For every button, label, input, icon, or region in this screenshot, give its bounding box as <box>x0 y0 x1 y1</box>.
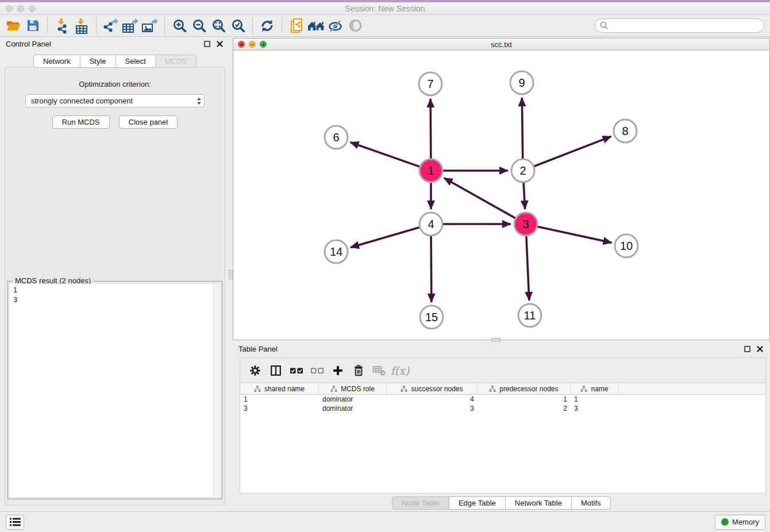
table-float-panel-icon[interactable] <box>742 344 752 353</box>
column-header-predecessor-nodes[interactable]: predecessor nodes <box>478 383 571 394</box>
column-header-successor-nodes[interactable]: successor nodes <box>387 383 478 394</box>
apply-layout-icon[interactable] <box>257 17 277 35</box>
clone-network-icon[interactable] <box>287 17 306 35</box>
table-cell[interactable]: dominator <box>319 395 387 404</box>
function-builder-icon[interactable]: f(x) <box>391 361 409 380</box>
node-2[interactable]: 2 <box>511 159 534 182</box>
delete-row-trash-icon[interactable] <box>349 361 368 380</box>
tab-motifs[interactable]: Motifs <box>571 496 611 510</box>
delete-table-icon[interactable] <box>370 361 388 380</box>
edge-4-15[interactable] <box>431 236 432 302</box>
tab-edge-table[interactable]: Edge Table <box>449 496 506 510</box>
tab-network-table[interactable]: Network Table <box>505 496 572 510</box>
node-10[interactable]: 10 <box>615 234 638 257</box>
tab-select[interactable]: Select <box>116 55 156 68</box>
hide-selected-icon[interactable] <box>326 17 345 35</box>
export-image-icon[interactable] <box>140 17 160 35</box>
memory-button[interactable]: Memory <box>715 515 765 530</box>
node-4[interactable]: 4 <box>419 213 442 236</box>
column-header-MCDS-role[interactable]: MCDS role <box>319 383 387 394</box>
node-11[interactable]: 11 <box>518 304 541 327</box>
export-network-icon[interactable] <box>101 17 121 35</box>
add-row-icon[interactable] <box>329 361 347 380</box>
node-8[interactable]: 8 <box>614 119 637 142</box>
tab-style[interactable]: Style <box>80 55 116 68</box>
zoom-selected-icon[interactable] <box>228 17 248 35</box>
import-network-icon[interactable] <box>52 17 72 35</box>
traffic-lights[interactable] <box>6 5 36 12</box>
column-header-shared-name[interactable]: shared name <box>240 383 319 394</box>
save-session-icon[interactable] <box>23 17 43 35</box>
table-tabs: Node TableEdge TableNetwork TableMotifs <box>233 496 770 510</box>
first-neighbors-icon[interactable] <box>306 17 326 35</box>
edge-2-9[interactable] <box>522 98 522 159</box>
table-close-panel-icon[interactable] <box>755 344 764 353</box>
float-panel-icon[interactable] <box>202 39 211 48</box>
table-cell[interactable]: 3 <box>387 404 478 413</box>
edge-3-1[interactable] <box>444 178 516 218</box>
table-cell[interactable]: 1 <box>571 395 619 404</box>
maximize-window-icon[interactable] <box>29 5 36 12</box>
open-file-icon[interactable] <box>3 17 23 35</box>
network-minimize-icon[interactable] <box>249 41 256 48</box>
optimization-criterion-select[interactable]: strongly connected component <box>25 94 205 107</box>
node-3[interactable]: 3 <box>514 213 537 236</box>
table-row: 1dominator411 <box>240 395 765 404</box>
network-view-title: scc.txt <box>233 40 769 49</box>
table-cell[interactable]: 1 <box>240 395 319 404</box>
svg-text:11: 11 <box>524 309 536 322</box>
zoom-out-icon[interactable] <box>189 17 209 35</box>
result-scrollbar[interactable] <box>213 284 220 497</box>
close-panel-button[interactable]: Close panel <box>119 115 178 129</box>
task-list-icon <box>10 518 21 526</box>
table-cell[interactable]: 2 <box>478 404 571 413</box>
tab-node-table[interactable]: Node Table <box>392 496 449 510</box>
edge-1-6[interactable] <box>351 142 421 167</box>
panel-splitter-vertical[interactable] <box>229 270 233 279</box>
run-mcds-button[interactable]: Run MCDS <box>52 115 110 129</box>
minimize-window-icon[interactable] <box>17 5 24 12</box>
table-settings-gear-icon[interactable] <box>246 361 264 380</box>
tab-network[interactable]: Network <box>33 55 80 68</box>
tab-mcds[interactable]: MCDS <box>155 55 197 68</box>
show-all-icon[interactable] <box>345 17 365 35</box>
network-maximize-icon[interactable] <box>260 41 267 48</box>
zoom-in-icon[interactable] <box>170 17 189 35</box>
table-cell[interactable]: dominator <box>319 404 387 413</box>
edge-4-14[interactable] <box>351 228 420 248</box>
deselect-all-check-icon[interactable] <box>308 361 326 380</box>
edge-3-10[interactable] <box>537 226 612 242</box>
svg-text:15: 15 <box>425 311 438 323</box>
edge-2-3[interactable] <box>523 182 525 209</box>
node-14[interactable]: 14 <box>325 240 348 263</box>
network-canvas[interactable]: 1234678910111415 <box>233 51 769 340</box>
table-cell[interactable]: 4 <box>387 395 478 404</box>
search-input[interactable] <box>611 20 764 32</box>
node-7[interactable]: 7 <box>419 72 442 95</box>
table-cell[interactable]: 3 <box>571 404 619 413</box>
panel-splitter-horizontal[interactable] <box>491 338 500 342</box>
table-panel: Table Panel <box>233 342 770 510</box>
node-15[interactable]: 15 <box>420 306 443 329</box>
node-9[interactable]: 9 <box>510 71 533 94</box>
node-1[interactable]: 1 <box>419 159 442 182</box>
mcds-result-text[interactable]: 1 3 <box>10 284 220 497</box>
close-panel-icon[interactable] <box>215 39 224 48</box>
table-cell[interactable]: 3 <box>240 404 319 413</box>
node-6[interactable]: 6 <box>325 126 348 149</box>
edge-3-11[interactable] <box>526 236 529 300</box>
svg-text:1: 1 <box>428 164 434 177</box>
edge-2-8[interactable] <box>534 136 611 166</box>
network-close-icon[interactable] <box>238 41 245 48</box>
network-view-titlebar[interactable]: scc.txt <box>233 38 769 51</box>
import-table-icon[interactable] <box>72 17 91 35</box>
column-header-name[interactable]: name <box>571 383 619 394</box>
toggle-column-display-icon[interactable] <box>267 361 285 380</box>
edge-1-7[interactable] <box>430 99 431 159</box>
show-task-history-button[interactable] <box>6 515 24 530</box>
table-cell[interactable]: 1 <box>478 395 571 404</box>
zoom-fit-icon[interactable] <box>209 17 228 35</box>
select-all-check-icon[interactable] <box>287 361 306 380</box>
close-window-icon[interactable] <box>6 5 13 12</box>
export-table-icon[interactable] <box>121 17 140 35</box>
